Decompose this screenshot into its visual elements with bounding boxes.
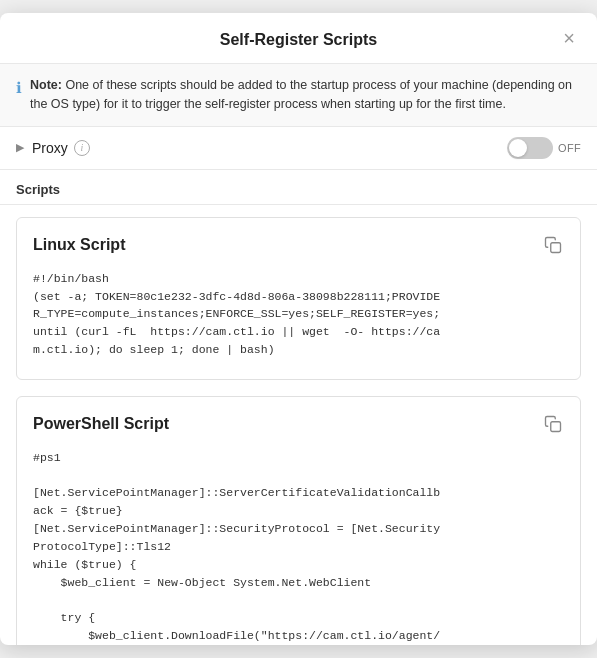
powershell-script-card: PowerShell Script #ps1 [Net.ServicePoint… xyxy=(16,396,581,645)
svg-rect-0 xyxy=(551,243,561,253)
linux-copy-button[interactable] xyxy=(542,234,564,256)
scripts-heading: Scripts xyxy=(16,182,60,197)
proxy-info-icon: i xyxy=(74,140,90,156)
powershell-script-title: PowerShell Script xyxy=(33,415,169,433)
toggle-label: OFF xyxy=(558,142,581,154)
note-text: Note: One of these scripts should be add… xyxy=(30,76,581,114)
modal-header: Self-Register Scripts × xyxy=(0,13,597,64)
svg-rect-1 xyxy=(551,422,561,432)
linux-script-header: Linux Script xyxy=(33,234,564,256)
proxy-toggle-container: OFF xyxy=(507,137,581,159)
linux-script-card: Linux Script #!/bin/bash (set -a; TOKEN=… xyxy=(16,217,581,380)
scripts-body[interactable]: Linux Script #!/bin/bash (set -a; TOKEN=… xyxy=(0,205,597,645)
linux-script-code: #!/bin/bash (set -a; TOKEN=80c1e232-3dfc… xyxy=(33,270,564,359)
proxy-row: ▶ Proxy i OFF xyxy=(0,127,597,170)
modal-title: Self-Register Scripts xyxy=(220,31,377,49)
proxy-arrow-icon: ▶ xyxy=(16,141,24,154)
linux-script-title: Linux Script xyxy=(33,236,125,254)
powershell-copy-button[interactable] xyxy=(542,413,564,435)
close-button[interactable]: × xyxy=(557,26,581,50)
note-bar: ℹ Note: One of these scripts should be a… xyxy=(0,64,597,127)
powershell-script-header: PowerShell Script xyxy=(33,413,564,435)
note-bold: Note: xyxy=(30,78,62,92)
proxy-label: Proxy xyxy=(32,140,68,156)
copy-icon xyxy=(544,415,562,433)
modal-container: Self-Register Scripts × ℹ Note: One of t… xyxy=(0,13,597,645)
note-body: One of these scripts should be added to … xyxy=(30,78,572,111)
copy-icon xyxy=(544,236,562,254)
scripts-section-header: Scripts xyxy=(0,170,597,205)
powershell-script-code: #ps1 [Net.ServicePointManager]::ServerCe… xyxy=(33,449,564,645)
toggle-switch[interactable] xyxy=(507,137,553,159)
proxy-toggle[interactable]: OFF xyxy=(507,137,581,159)
info-icon: ℹ xyxy=(16,77,22,100)
